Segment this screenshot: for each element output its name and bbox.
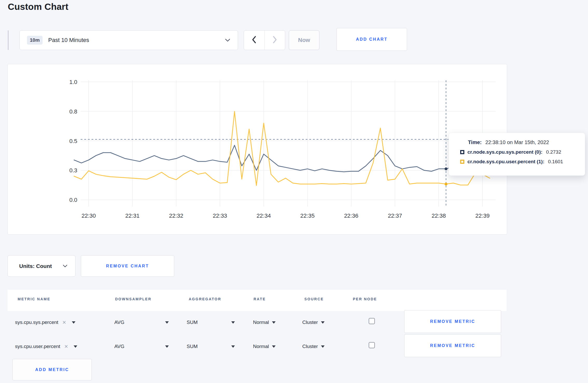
hover-point-marker xyxy=(445,183,447,186)
tooltip-series-value: 0.1601 xyxy=(548,159,563,165)
aggregator-value: SUM xyxy=(187,320,198,325)
tooltip-series-label: cr.node.sys.cpu.user.percent (1): xyxy=(467,159,544,165)
y-axis-label: 0.8 xyxy=(69,108,77,115)
aggregator-select[interactable]: SUM xyxy=(187,342,235,351)
x-axis-label: 22:37 xyxy=(388,212,402,219)
caret-down-icon xyxy=(231,321,235,324)
x-axis-label: 22:32 xyxy=(169,212,183,219)
col-head-metric-name: METRIC NAME xyxy=(18,297,50,301)
clear-metric-icon[interactable]: × xyxy=(64,343,68,350)
col-head-per-node: PER NODE xyxy=(353,297,377,301)
chevron-left-icon xyxy=(251,36,257,45)
units-select[interactable]: Units: Count xyxy=(8,255,75,277)
per-node-checkbox[interactable] xyxy=(369,318,375,324)
page-title: Custom Chart xyxy=(8,2,68,12)
remove-metric-button[interactable]: REMOVE METRIC xyxy=(404,310,501,333)
caret-down-icon[interactable] xyxy=(72,321,75,324)
x-axis-label: 22:31 xyxy=(125,212,139,219)
remove-chart-button[interactable]: REMOVE CHART xyxy=(81,255,174,277)
downsampler-value: AVG xyxy=(114,344,124,349)
time-range-badge: 10m xyxy=(27,36,43,45)
toolbar-left-divider xyxy=(8,30,9,50)
x-axis-label: 22:36 xyxy=(344,212,358,219)
units-label: Units: Count xyxy=(19,263,52,269)
x-axis-label: 22:34 xyxy=(257,212,271,219)
y-axis-label: 0.3 xyxy=(69,167,77,174)
rate-value: Normal xyxy=(253,344,269,349)
aggregator-select[interactable]: SUM xyxy=(187,318,235,327)
metric-name-value: sys.cpu.user.percent xyxy=(15,344,60,349)
tooltip-series-label: cr.node.sys.cpu.sys.percent (0): xyxy=(467,149,542,155)
series-line xyxy=(74,145,490,172)
add-metric-button[interactable]: ADD METRIC xyxy=(12,359,92,380)
metric-name-value: sys.cpu.sys.percent xyxy=(15,320,58,325)
rate-value: Normal xyxy=(253,320,269,325)
rate-select[interactable]: Normal xyxy=(253,342,276,351)
downsampler-value: AVG xyxy=(114,320,124,325)
add-chart-button[interactable]: ADD CHART xyxy=(337,28,407,51)
cpu-usage-chart[interactable]: 0.00.30.50.81.022:3022:3122:3222:3322:34… xyxy=(8,64,507,235)
metric-name-select[interactable]: sys.cpu.user.percent × xyxy=(15,342,77,351)
clear-metric-icon[interactable]: × xyxy=(62,319,66,325)
tooltip-time-label: Time: xyxy=(468,139,482,145)
chart-hover-tooltip: Time: 22:38:10 on Mar 15th, 2022 cr.node… xyxy=(449,133,585,176)
aggregator-value: SUM xyxy=(187,344,198,349)
rate-select[interactable]: Normal xyxy=(253,318,276,327)
caret-down-icon xyxy=(165,345,169,348)
time-range-select[interactable]: 10m Past 10 Minutes xyxy=(19,30,238,50)
col-head-source: SOURCE xyxy=(304,297,324,301)
caret-down-icon xyxy=(272,345,276,348)
downsampler-select[interactable]: AVG xyxy=(114,342,169,351)
y-axis-label: 0.5 xyxy=(69,138,77,144)
col-head-rate: RATE xyxy=(254,297,266,301)
caret-down-icon[interactable] xyxy=(74,345,77,348)
downsampler-select[interactable]: AVG xyxy=(114,318,169,327)
col-head-downsampler: DOWNSAMPLER xyxy=(115,297,151,301)
time-window-arrows xyxy=(244,30,285,50)
hover-point-marker xyxy=(445,167,447,170)
chevron-down-icon xyxy=(63,265,67,268)
time-back-button[interactable] xyxy=(244,31,264,50)
time-forward-button[interactable] xyxy=(264,31,285,50)
caret-down-icon xyxy=(321,321,325,324)
source-select[interactable]: Cluster xyxy=(302,318,325,327)
now-button[interactable]: Now xyxy=(289,30,319,50)
caret-down-icon xyxy=(165,321,169,324)
custom-chart-page: Custom Chart 10m Past 10 Minutes Now ADD… xyxy=(0,0,588,383)
source-value: Cluster xyxy=(302,344,318,349)
y-axis-label: 1.0 xyxy=(69,79,77,85)
source-select[interactable]: Cluster xyxy=(302,342,325,351)
x-axis-label: 22:39 xyxy=(475,212,489,219)
sys-series-swatch-icon xyxy=(460,150,464,154)
series-line xyxy=(74,111,490,186)
source-value: Cluster xyxy=(302,320,318,325)
per-node-checkbox[interactable] xyxy=(369,342,375,348)
metric-name-select[interactable]: sys.cpu.sys.percent × xyxy=(15,318,75,327)
chevron-down-icon xyxy=(225,38,230,42)
tooltip-series-row: cr.node.sys.cpu.sys.percent (0): 0.2732 xyxy=(460,149,580,155)
x-axis-label: 22:30 xyxy=(81,212,96,219)
caret-down-icon xyxy=(231,345,235,348)
user-series-swatch-icon xyxy=(460,160,464,164)
x-axis-label: 22:33 xyxy=(213,212,227,219)
time-range-label: Past 10 Minutes xyxy=(48,37,89,44)
remove-metric-button[interactable]: REMOVE METRIC xyxy=(404,334,501,357)
tooltip-series-value: 0.2732 xyxy=(546,149,561,155)
tooltip-series-row: cr.node.sys.cpu.user.percent (1): 0.1601 xyxy=(460,159,580,165)
x-axis-label: 22:38 xyxy=(432,212,446,219)
caret-down-icon xyxy=(321,345,325,348)
col-head-aggregator: AGGREGATOR xyxy=(189,297,221,301)
tooltip-time-row: Time: 22:38:10 on Mar 15th, 2022 xyxy=(468,139,580,145)
y-axis-label: 0.0 xyxy=(69,197,77,203)
chevron-right-icon xyxy=(272,36,278,45)
chart-card: 0.00.30.50.81.022:3022:3122:3222:3322:34… xyxy=(8,64,507,235)
tooltip-time-value: 22:38:10 on Mar 15th, 2022 xyxy=(485,139,549,145)
x-axis-label: 22:35 xyxy=(300,212,314,219)
caret-down-icon xyxy=(272,321,276,324)
